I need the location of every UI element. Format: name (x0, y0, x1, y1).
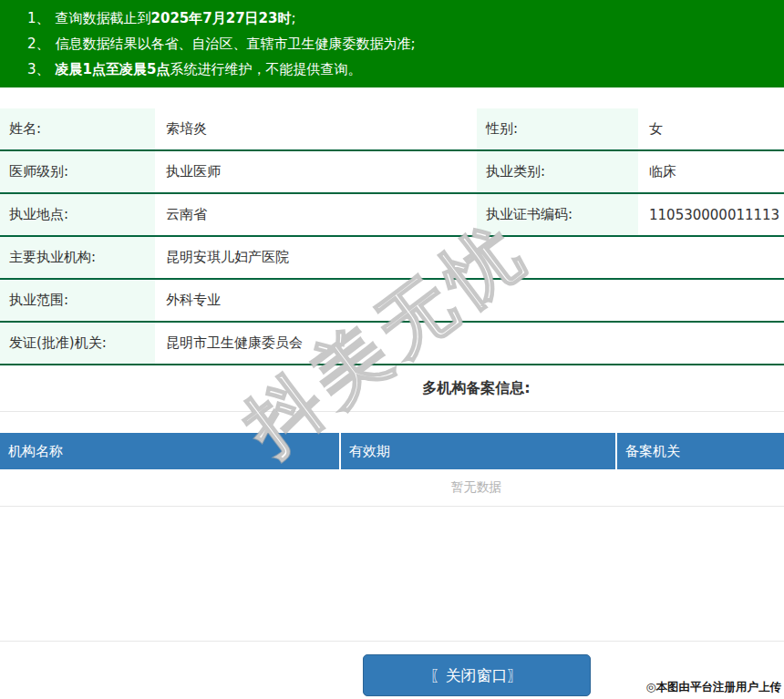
upload-attribution-watermark: ◎本图由平台注册用户上传 (646, 680, 781, 695)
field-label-practice-location: 执业地点: (0, 194, 155, 235)
info-row-level-category: 医师级别: 执业医师 执业类别: 临床 (0, 151, 784, 194)
field-value-practice-category: 临床 (638, 151, 784, 192)
field-value-practice-location: 云南省 (155, 194, 477, 235)
info-row-practice-scope: 执业范围: 外科专业 (0, 280, 784, 323)
notice-number: 2、 (27, 36, 50, 52)
info-row-issuing-authority: 发证(批准)机关: 昆明市卫生健康委员会 (0, 323, 784, 365)
field-value-gender: 女 (638, 108, 784, 149)
notice-line-2: 2、信息数据结果以各省、自治区、直辖市卫生健康委数据为准; (27, 31, 784, 57)
field-label-practice-scope: 执业范围: (0, 280, 155, 321)
column-header-filing-authority: 备案机关 (617, 433, 784, 469)
multi-institution-section-title: 多机构备案信息: (0, 365, 784, 412)
field-label-main-institution: 主要执业机构: (0, 237, 155, 278)
field-value-name: 索培炎 (155, 108, 477, 149)
blank-area (0, 507, 784, 642)
field-value-license-number: 110530000011113 (638, 194, 784, 235)
records-table-header: 机构名称 有效期 备案机关 (0, 433, 784, 469)
notice-text: ; (291, 10, 295, 26)
column-header-institution-name: 机构名称 (0, 433, 339, 469)
field-value-main-institution: 昆明安琪儿妇产医院 (155, 237, 784, 278)
field-value-issuing-authority: 昆明市卫生健康委员会 (155, 323, 784, 364)
result-panel: 姓名: 索培炎 性别: 女 医师级别: 执业医师 执业类别: 临床 执业地点: … (0, 108, 784, 696)
notice-number: 1、 (27, 10, 50, 26)
field-label-license-number: 执业证书编码: (477, 194, 638, 235)
notice-text: 系统进行维护，不能提供查询。 (170, 61, 361, 77)
empty-data-message: 暂无数据 (0, 469, 784, 507)
column-header-validity-period: 有效期 (341, 433, 615, 469)
field-label-doctor-level: 医师级别: (0, 151, 155, 192)
info-row-main-institution: 主要执业机构: 昆明安琪儿妇产医院 (0, 237, 784, 280)
notice-text: 查询数据截止到 (56, 10, 151, 26)
notice-text-bold: 凌晨1点至凌晨5点 (56, 61, 170, 77)
info-row-name-gender: 姓名: 索培炎 性别: 女 (0, 108, 784, 151)
field-label-issuing-authority: 发证(批准)机关: (0, 323, 155, 364)
notice-text: 信息数据结果以各省、自治区、直辖市卫生健康委数据为准; (56, 36, 416, 52)
field-label-practice-category: 执业类别: (477, 151, 638, 192)
close-window-button[interactable]: 〖关闭窗口〗 (363, 654, 591, 696)
field-value-doctor-level: 执业医师 (155, 151, 477, 192)
field-label-gender: 性别: (477, 108, 638, 149)
notice-line-1: 1、查询数据截止到2025年7月27日23时; (27, 5, 784, 31)
notice-banner: 1、查询数据截止到2025年7月27日23时; 2、信息数据结果以各省、自治区、… (0, 0, 784, 87)
notice-text-bold: 2025年7月27日23时 (151, 10, 292, 26)
field-label-name: 姓名: (0, 108, 155, 149)
notice-line-3: 3、凌晨1点至凌晨5点系统进行维护，不能提供查询。 (27, 57, 784, 82)
notice-number: 3、 (27, 61, 50, 77)
field-value-practice-scope: 外科专业 (155, 280, 784, 321)
info-row-location-license: 执业地点: 云南省 执业证书编码: 110530000011113 (0, 194, 784, 237)
